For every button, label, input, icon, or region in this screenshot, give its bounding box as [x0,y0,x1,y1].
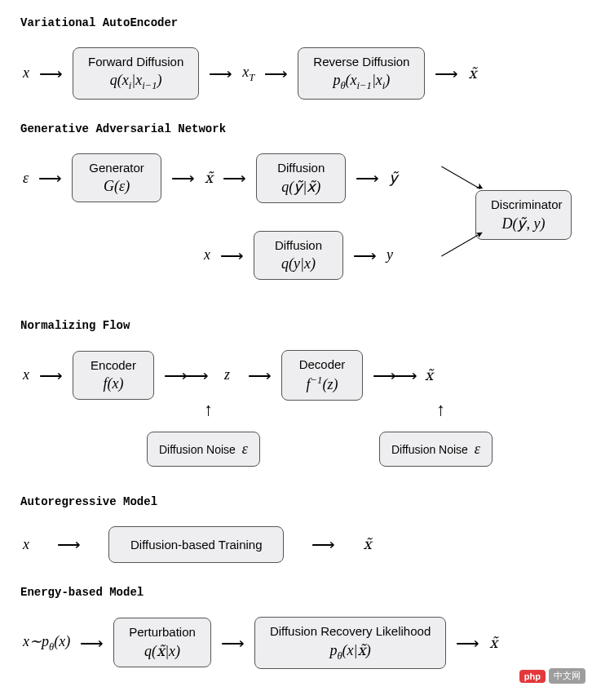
decoder-node: Decoder f−1(z) [281,350,363,401]
node-title: Decoder [297,357,347,371]
noise-label: Diffusion Noise ε [391,443,480,456]
node-formula: q(xi|xi−1) [88,72,183,92]
discriminator-node: Discriminator D(ỹ, y) [475,190,572,240]
watermark-text: 中文网 [549,668,585,684]
perturbation-node: Perturbation q(x̃|x) [113,618,211,667]
vae-row: x ⟶ Forward Diffusion q(xi|xi−1) ⟶ xT ⟶ … [20,47,572,100]
node-formula: q(x̃|x) [129,642,196,660]
node-formula: D(ỹ, y) [491,215,556,233]
section-vae: Variational AutoEncoder x ⟶ Forward Diff… [20,16,572,100]
node-title: Discriminator [491,197,556,211]
gan-ytilde: ỹ [389,169,398,187]
arrow-right-icon: ⟶ [39,64,63,83]
arrow-right-icon: ⟶ [435,64,458,83]
flow-diagram: x ⟶ Encoder f(x) ⟶⟶ z ⟶ Decoder f−1(z) ⟶… [20,350,572,472]
arrow-right-icon: ⟶ [456,633,479,653]
noise-node-1: Diffusion Noise ε [147,432,260,467]
arrow-right-icon: ⟶⟶ [164,366,206,385]
diffusion-node-fake: Diffusion q(ỹ|x̃) [256,153,346,203]
generator-node: Generator G(ε) [72,153,161,202]
node-formula: q(ỹ|x̃) [272,178,330,196]
section-ar: Autoregressive Model x ⟶ Diffusion-based… [20,495,572,563]
ebm-row: x∼pθ(x) ⟶ Perturbation q(x̃|x) ⟶ Diffusi… [20,617,572,670]
section-ebm: Energy-based Model x∼pθ(x) ⟶ Perturbatio… [20,586,572,670]
vae-output: x̃ [468,64,476,82]
watermark: php 中文网 [519,668,585,684]
node-title: Reverse Diffusion [313,55,409,69]
arrow-right-icon: ⟶ [248,366,272,385]
node-formula: pθ(xi−1|xi) [313,72,409,92]
ar-title: Autoregressive Model [20,495,572,508]
connector-line-icon [441,233,480,256]
node-formula: f−1(z) [297,374,347,393]
vae-input: x [23,64,29,82]
ebm-title: Energy-based Model [20,586,572,599]
forward-diffusion-node: Forward Diffusion q(xi|xi−1) [73,47,199,100]
gan-yreal: y [387,246,393,264]
arrow-right-icon: ⟶ [209,64,232,83]
node-title: Forward Diffusion [88,55,183,69]
arrow-right-icon: ⟶⟶ [373,366,415,385]
arrow-right-icon: ⟶ [223,168,246,188]
arrow-right-icon: ⟶ [171,168,195,188]
gan-eps: ε [23,170,29,187]
arrow-right-icon: ⟶ [57,534,81,554]
gan-gen-path: ε ⟶ Generator G(ε) ⟶ x̃ ⟶ Diffusion q(ỹ|… [20,153,398,203]
arrow-up-icon: ↑ [436,399,445,420]
arrow-right-icon: ⟶ [38,168,62,188]
connector-line-icon [441,166,480,188]
node-formula: pθ(x|x̃) [270,641,431,662]
vae-mid: xT [242,64,254,84]
flow-output: x̃ [425,366,433,384]
arrow-right-icon: ⟶ [39,366,63,385]
arrow-right-icon: ⟶ [264,64,288,83]
diffusion-node-real: Diffusion q(y|x) [254,231,343,280]
watermark-badge: php [519,670,546,683]
node-formula: f(x) [88,375,139,392]
reverse-diffusion-node: Reverse Diffusion pθ(xi−1|xi) [298,47,425,100]
node-title: Diffusion-based Training [130,538,262,552]
gan-real-path: x ⟶ Diffusion q(y|x) ⟶ y [204,231,393,280]
recovery-node: Diffusion Recovery Likelihood pθ(x|x̃) [254,617,446,670]
flow-title: Normalizing Flow [20,319,572,332]
ebm-output: x̃ [489,634,497,652]
arrow-right-icon: ⟶ [80,633,104,653]
flow-main-path: x ⟶ Encoder f(x) ⟶⟶ z ⟶ Decoder f−1(z) ⟶… [20,350,433,401]
noise-node-2: Diffusion Noise ε [379,432,493,467]
ar-row: x ⟶ Diffusion-based Training ⟶ x̃ [20,526,572,563]
section-gan: Generative Adversarial Network ε ⟶ Gener… [20,122,572,296]
section-flow: Normalizing Flow x ⟶ Encoder f(x) ⟶⟶ z ⟶… [20,319,572,472]
node-formula: G(ε) [87,178,146,195]
arrow-right-icon: ⟶ [353,246,377,265]
arrow-right-icon: ⟶ [221,633,245,653]
gan-xreal: x [204,246,210,264]
gan-xtilde: x̃ [205,169,213,187]
vae-title: Variational AutoEncoder [20,16,572,29]
node-title: Diffusion Recovery Likelihood [270,624,431,638]
arrow-right-icon: ⟶ [311,534,335,554]
gan-title: Generative Adversarial Network [20,122,572,135]
arrow-right-icon: ⟶ [356,168,379,188]
gan-diagram: ε ⟶ Generator G(ε) ⟶ x̃ ⟶ Diffusion q(ỹ|… [20,153,572,296]
ebm-input: x∼pθ(x) [23,632,70,653]
encoder-node: Encoder f(x) [73,351,154,400]
flow-mid: z [224,366,230,383]
node-title: Encoder [88,358,139,372]
flow-input: x [23,366,29,383]
ar-output: x̃ [363,535,371,553]
node-title: Diffusion [269,238,328,252]
noise-label: Diffusion Noise ε [159,443,248,456]
ar-input: x [23,536,29,553]
arrow-up-icon: ↑ [204,399,213,420]
node-title: Diffusion [272,161,330,175]
node-title: Generator [87,161,146,175]
node-title: Perturbation [129,625,196,639]
node-formula: q(y|x) [269,255,328,272]
arrow-right-icon: ⟶ [220,246,244,265]
diffusion-training-node: Diffusion-based Training [108,526,284,563]
